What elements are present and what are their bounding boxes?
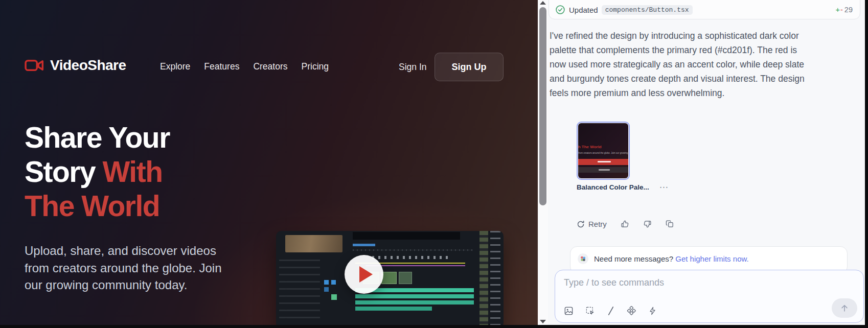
chat-scrollbar[interactable]	[538, 0, 548, 325]
lightning-icon	[648, 306, 657, 316]
artifact-thumbnail[interactable]: th The World videos from creators around…	[577, 122, 630, 180]
message-actions: Retry	[577, 220, 674, 228]
retry-button[interactable]: Retry	[577, 220, 607, 228]
file-update-card[interactable]: Updated components/Button.tsx + - 29	[549, 0, 860, 19]
message-composer	[555, 270, 864, 323]
thumbs-up-button[interactable]	[621, 220, 629, 228]
copy-button[interactable]	[666, 220, 674, 228]
slash-icon	[607, 306, 615, 316]
site-preview-panel: VideoShare Explore Features Creators Pri…	[0, 0, 538, 328]
quick-actions-button[interactable]	[648, 306, 657, 316]
hero-heading: Share Your Story With The World	[25, 121, 170, 223]
video-editor-screenshot	[276, 231, 504, 328]
scrollbar-thumb[interactable]	[539, 7, 546, 205]
nav-link-pricing[interactable]: Pricing	[302, 61, 329, 72]
thumbs-up-icon	[621, 220, 629, 228]
play-button[interactable]	[345, 255, 383, 294]
arrow-up-icon	[840, 303, 849, 313]
assistant-message: I've refined the design by introducing a…	[550, 29, 806, 100]
main-nav: Explore Features Creators Pricing	[160, 61, 329, 72]
thumb-heading: th The World	[578, 145, 602, 149]
artifact-menu-button[interactable]: ⋯	[659, 185, 669, 190]
copy-icon	[666, 220, 674, 228]
scroll-up-arrow[interactable]	[540, 1, 546, 5]
nav-link-features[interactable]: Features	[204, 61, 239, 72]
components-icon	[627, 306, 636, 316]
banner-text: Need more messages?	[594, 254, 673, 263]
thumbs-down-icon	[643, 220, 652, 228]
get-higher-limits-link[interactable]: Get higher limits now.	[675, 254, 748, 263]
retry-icon	[577, 220, 585, 228]
thumbs-down-button[interactable]	[643, 220, 652, 228]
check-circle-icon	[556, 5, 565, 14]
video-camera-icon	[25, 58, 44, 73]
app-window: VideoShare Explore Features Creators Pri…	[0, 0, 868, 328]
window-edge-right	[865, 0, 868, 328]
updated-file-chip: components/Button.tsx	[602, 5, 693, 15]
play-icon	[359, 266, 373, 283]
select-cursor-icon	[585, 306, 595, 316]
thumb-subtitle: videos from creators around the globe. J…	[578, 152, 628, 154]
brand-logo[interactable]: VideoShare	[25, 57, 126, 74]
select-element-button[interactable]	[585, 306, 595, 316]
chat-input[interactable]	[564, 277, 779, 288]
nav-link-creators[interactable]: Creators	[253, 61, 287, 72]
diff-stat: + - 29	[836, 6, 853, 14]
window-edge-bottom	[0, 325, 868, 328]
thumb-secondary-button	[578, 167, 628, 173]
sign-in-link[interactable]: Sign In	[399, 62, 426, 73]
nav-link-explore[interactable]: Explore	[160, 61, 190, 72]
image-icon	[564, 306, 574, 316]
sign-up-button[interactable]: Sign Up	[435, 53, 504, 81]
pinwheel-icon	[578, 253, 588, 264]
slash-commands-button[interactable]	[607, 306, 615, 316]
scroll-down-arrow[interactable]	[540, 320, 546, 323]
chat-panel: Updated components/Button.tsx + - 29 I'v…	[548, 0, 865, 328]
send-button[interactable]	[832, 298, 857, 318]
update-verb: Updated	[569, 6, 598, 14]
thumb-primary-button	[578, 159, 628, 165]
artifact-title: Balanced Color Pale...	[577, 183, 649, 191]
brand-name: VideoShare	[50, 57, 126, 74]
components-button[interactable]	[627, 306, 636, 316]
attach-image-button[interactable]	[564, 306, 574, 316]
hero-subtitle: Upload, share, and discover videos from …	[25, 242, 226, 294]
